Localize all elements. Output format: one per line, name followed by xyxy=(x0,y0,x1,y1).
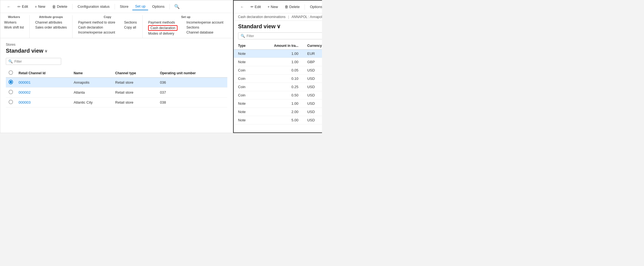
row-unit-number-cell: 036 xyxy=(157,78,227,88)
ribbon-item-sections-copy[interactable]: Sections xyxy=(124,20,137,25)
col-retail-id[interactable]: Retail Channel Id xyxy=(16,69,71,78)
right-table: Type Amount in tra... Currency Note 1.00… xyxy=(234,42,322,124)
right-edit-button[interactable]: ✏ Edit xyxy=(248,3,264,10)
right-filter-input[interactable] xyxy=(247,34,322,38)
ribbon-item-copy-all[interactable]: Copy all xyxy=(124,25,137,30)
left-table-container: Retail Channel Id Name Channel type Oper… xyxy=(6,69,227,108)
ribbon-item-cash-declaration-copy[interactable]: Cash declaration xyxy=(78,25,115,30)
right-table-row[interactable]: Coin 0.25 USD xyxy=(234,83,322,91)
col-channel-type[interactable]: Channel type xyxy=(112,69,157,78)
back-button[interactable]: ← xyxy=(4,3,14,10)
header-radio[interactable] xyxy=(9,70,13,75)
edit-button[interactable]: ✏ Edit xyxy=(15,3,31,10)
row-radio-2[interactable] xyxy=(9,100,13,104)
delete-button[interactable]: 🗑 Delete xyxy=(49,3,70,10)
right-back-button[interactable]: ← xyxy=(238,3,247,10)
row-radio-cell xyxy=(6,88,16,98)
stores-table: Retail Channel Id Name Channel type Oper… xyxy=(6,69,227,108)
row-link-1[interactable]: 000002 xyxy=(19,90,30,94)
breadcrumb-separator: | xyxy=(288,15,290,19)
right-table-row[interactable]: Coin 0.10 USD xyxy=(234,75,322,83)
copy-title: Copy xyxy=(78,15,137,19)
ribbon-item-payment-methods[interactable]: Payment methods xyxy=(148,20,177,25)
left-filter-input[interactable] xyxy=(14,60,59,63)
new-button[interactable]: + New xyxy=(32,3,48,10)
right-filter-icon: 🔍 xyxy=(241,34,245,38)
right-col-currency[interactable]: Currency xyxy=(303,42,322,50)
row-id-cell[interactable]: 000003 xyxy=(16,98,71,108)
right-panel: ← ✏ Edit + New 🗑 Delete Options 🔍 Cash d… xyxy=(233,0,322,133)
search-button[interactable]: 🔍 xyxy=(172,2,182,11)
right-table-row[interactable]: Note 2.00 USD xyxy=(234,108,322,116)
right-toolbar: ← ✏ Edit + New 🗑 Delete Options 🔍 xyxy=(234,1,322,13)
right-col-type[interactable]: Type xyxy=(234,42,250,50)
row-unit-number-cell: 037 xyxy=(157,88,227,98)
right-edit-icon: ✏ xyxy=(251,5,254,9)
right-table-row[interactable]: Note 5.00 USD xyxy=(234,116,322,124)
ribbon-item-income-expense-copy[interactable]: Income/expense account xyxy=(78,30,115,35)
table-row[interactable]: 000003 Atlantic City Retail store 038 xyxy=(6,98,227,108)
ribbon-item-channel-db[interactable]: Channel database xyxy=(186,30,223,35)
right-table-row[interactable]: Note 1.00 EUR xyxy=(234,50,322,58)
left-filter-box[interactable]: 🔍 xyxy=(6,58,61,65)
row-link-0[interactable]: 000001 xyxy=(19,80,30,85)
right-table-row[interactable]: Coin 0.50 USD xyxy=(234,91,322,99)
right-table-row[interactable]: Note 1.00 GBP xyxy=(234,58,322,66)
divider1 xyxy=(72,4,73,9)
search-icon: 🔍 xyxy=(174,4,180,9)
right-row-amount-6: 1.00 xyxy=(250,99,303,108)
table-row[interactable]: 000002 Atlanta Retail store 037 xyxy=(6,88,227,98)
breadcrumb-right: ANNAPOL : Annapolis xyxy=(292,15,322,19)
ribbon-item-work-shift[interactable]: Work shift list xyxy=(4,25,24,30)
left-toolbar: ← ✏ Edit + New 🗑 Delete Configuration st… xyxy=(0,0,233,13)
row-name-cell: Atlantic City xyxy=(71,98,112,108)
col-unit-number[interactable]: Operating unit number xyxy=(157,69,227,78)
right-row-currency-0: EUR xyxy=(303,50,322,58)
view-title-chevron[interactable]: ∨ xyxy=(45,49,47,53)
row-link-2[interactable]: 000003 xyxy=(19,100,30,104)
row-id-cell[interactable]: 000002 xyxy=(16,88,71,98)
options-button[interactable]: Options xyxy=(149,3,167,10)
ribbon-item-channel-attributes[interactable]: Channel attributes xyxy=(35,20,67,25)
right-divider xyxy=(305,4,305,10)
right-plus-icon: + xyxy=(267,5,270,9)
right-options-button[interactable]: Options xyxy=(307,3,322,10)
row-id-cell[interactable]: 000001 xyxy=(16,78,71,88)
right-row-amount-3: 0.10 xyxy=(250,75,303,83)
right-row-amount-2: 0.05 xyxy=(250,66,303,75)
right-table-row[interactable]: Coin 0.05 USD xyxy=(234,66,322,75)
config-status-button[interactable]: Configuration status xyxy=(75,3,112,10)
row-channel-type-cell: Retail store xyxy=(112,78,157,88)
ribbon-item-cash-declaration-setup[interactable]: Cash declaration xyxy=(148,25,177,31)
right-row-currency-8: USD xyxy=(303,116,322,124)
right-table-row[interactable]: Note 1.00 USD xyxy=(234,99,322,108)
divider2 xyxy=(115,4,115,9)
table-row[interactable]: 000001 Annapolis Retail store 036 xyxy=(6,78,227,88)
right-delete-button[interactable]: 🗑 Delete xyxy=(282,3,303,10)
ribbon-item-payment-method[interactable]: Payment method to store xyxy=(78,20,115,25)
right-filter-box[interactable]: 🔍 xyxy=(238,32,322,39)
ribbon-item-income-expense-setup[interactable]: Income/expense account xyxy=(186,20,223,25)
row-radio-cell xyxy=(6,78,16,88)
ribbon-item-workers[interactable]: Workers xyxy=(4,20,24,25)
right-row-amount-7: 2.00 xyxy=(250,108,303,116)
right-row-currency-7: USD xyxy=(303,108,322,116)
right-col-amount[interactable]: Amount in tra... xyxy=(250,42,303,50)
ribbon-copy: Copy Payment method to store Cash declar… xyxy=(73,15,143,38)
row-radio-1[interactable] xyxy=(9,90,13,94)
ribbon-item-sections-setup[interactable]: Sections xyxy=(186,25,223,30)
ribbon-item-sales-order[interactable]: Sales order attributes xyxy=(35,25,67,30)
ribbon-item-modes-delivery[interactable]: Modes of delivery xyxy=(148,31,177,36)
right-row-type-8: Note xyxy=(234,116,250,124)
row-radio-0[interactable] xyxy=(9,80,13,84)
right-view-chevron[interactable]: ∨ xyxy=(277,23,281,30)
right-row-type-6: Note xyxy=(234,99,250,108)
col-checkbox xyxy=(6,69,16,78)
ribbon-attribute-groups: Attribute groups Channel attributes Sale… xyxy=(30,15,73,38)
row-name-cell: Annapolis xyxy=(71,78,112,88)
col-name[interactable]: Name xyxy=(71,69,112,78)
setup-button[interactable]: Set up xyxy=(132,3,148,10)
delete-icon: 🗑 xyxy=(52,4,56,9)
store-button[interactable]: Store xyxy=(117,3,131,10)
right-new-button[interactable]: + New xyxy=(265,3,281,10)
